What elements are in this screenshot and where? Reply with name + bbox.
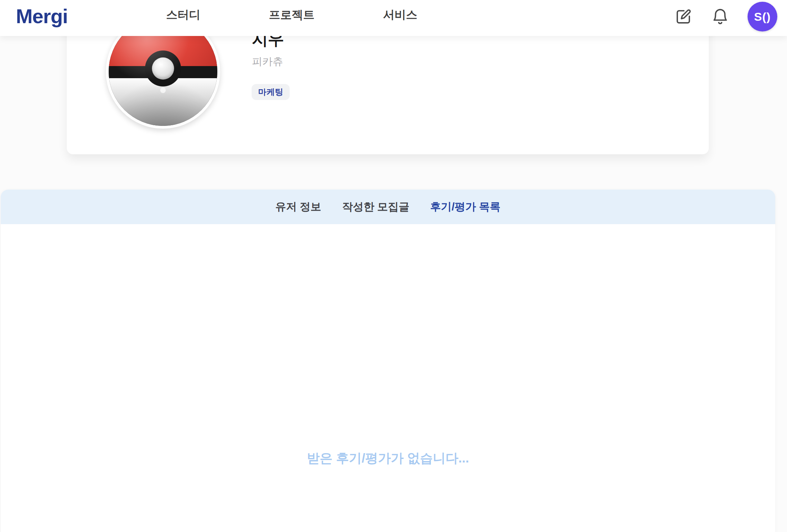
empty-reviews-message: 받은 후기/평가가 없습니다... bbox=[1, 450, 775, 467]
tab-user-info[interactable]: 유저 정보 bbox=[275, 200, 322, 214]
tabbar: 유저 정보 작성한 모집글 후기/평가 목록 bbox=[1, 190, 775, 224]
header-actions: S() bbox=[674, 0, 777, 33]
nav-item-project[interactable]: 프로젝트 bbox=[269, 7, 315, 23]
tab-reviews[interactable]: 후기/평가 목록 bbox=[430, 200, 500, 214]
tab-written-posts[interactable]: 작성한 모집글 bbox=[342, 200, 409, 214]
nav-item-service[interactable]: 서비스 bbox=[383, 7, 417, 23]
top-navbar: Mergi 스터디 프로젝트 서비스 S() bbox=[0, 0, 787, 36]
user-avatar-button[interactable]: S() bbox=[748, 2, 777, 31]
profile-nickname: 피카츄 bbox=[252, 55, 283, 69]
brand-logo[interactable]: Mergi bbox=[16, 1, 68, 32]
profile-badge: 마케팅 bbox=[252, 84, 290, 100]
compose-edit-icon[interactable] bbox=[674, 7, 693, 26]
bell-icon[interactable] bbox=[711, 7, 730, 26]
main-nav: 스터디 프로젝트 서비스 bbox=[166, 0, 417, 30]
nav-item-study[interactable]: 스터디 bbox=[166, 7, 200, 23]
profile-tab-panel: 유저 정보 작성한 모집글 후기/평가 목록 받은 후기/평가가 없습니다... bbox=[1, 190, 775, 532]
